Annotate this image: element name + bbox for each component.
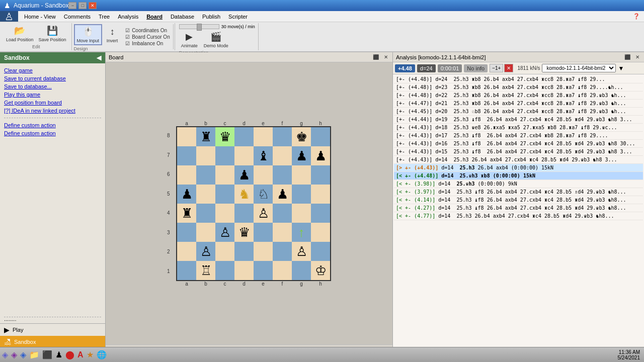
square-d1[interactable] bbox=[234, 261, 254, 280]
square-d4[interactable] bbox=[234, 204, 254, 223]
square-c1[interactable] bbox=[215, 261, 234, 280]
square-b1[interactable]: ♖ bbox=[196, 261, 215, 280]
sidebar-item-sandbox[interactable]: 🏖 Sandbox bbox=[0, 336, 105, 348]
square-f5[interactable]: ♟ bbox=[273, 185, 292, 204]
board-settings-button[interactable]: ✕ bbox=[382, 54, 389, 60]
square-g3[interactable]: ↑ bbox=[292, 223, 311, 242]
square-h2[interactable] bbox=[311, 242, 330, 261]
analysis-line-10[interactable]: [+- (+4.43)] d=15 25.h3 ♝f8 26.b4 axb4 2… bbox=[394, 148, 643, 156]
analysis-line-18[interactable]: [< +- (4.77)] d=14 25.h3 26.b4 axb4 27.c… bbox=[394, 212, 643, 220]
square-c2[interactable] bbox=[215, 242, 234, 261]
square-c8[interactable]: ♛ bbox=[215, 127, 234, 146]
square-h7[interactable]: ♟ bbox=[311, 146, 330, 165]
taskbar-icon-3[interactable]: ◈ bbox=[20, 350, 26, 359]
sidebar-collapse-icon[interactable]: ◀ bbox=[97, 54, 101, 61]
menu-database[interactable]: Database bbox=[167, 13, 198, 21]
square-d2[interactable] bbox=[234, 242, 254, 261]
square-a8[interactable] bbox=[177, 127, 196, 146]
board-cursor-toggle[interactable]: ☑ Board Cursor On bbox=[125, 34, 170, 40]
square-b7[interactable] bbox=[196, 146, 215, 165]
menu-comments[interactable]: Comments bbox=[60, 13, 95, 21]
square-e2[interactable] bbox=[254, 242, 273, 261]
taskbar-icon-folder[interactable]: 📁 bbox=[29, 350, 39, 359]
menu-scripter[interactable]: Scripter bbox=[224, 13, 252, 21]
square-e8[interactable] bbox=[254, 127, 273, 146]
analysis-line-4[interactable]: [+- (+4.47)] d=21 25.h3 ♜b8 26.b4 axb4 2… bbox=[394, 100, 643, 108]
menu-analysis[interactable]: Analysis bbox=[114, 13, 142, 21]
analysis-line-14[interactable]: [< +- (3.98)] d=14 25.♛h3 (0:00:00) 9kN bbox=[394, 180, 643, 188]
menu-tree[interactable]: Tree bbox=[95, 13, 114, 21]
analysis-line-7[interactable]: [+- (+4.43)] d=18 25.h3 ♛e8 26.♜xa5 ♜xa5… bbox=[394, 124, 643, 132]
square-h4[interactable] bbox=[311, 204, 330, 223]
chess-board[interactable]: ♜ ♛ ♚ ♝ bbox=[176, 126, 331, 281]
square-c7[interactable] bbox=[215, 146, 234, 165]
taskbar-icon-2[interactable]: ◈ bbox=[11, 350, 17, 359]
taskbar-icon-5[interactable]: ⬛ bbox=[42, 350, 52, 359]
square-d6[interactable]: ♟ bbox=[234, 165, 254, 185]
analysis-lines[interactable]: [+- (+4.48)] d=24 25.h3 ♜b8 26.b4 axb4 2… bbox=[393, 74, 644, 357]
square-a7[interactable] bbox=[177, 146, 196, 165]
square-f7[interactable] bbox=[273, 146, 292, 165]
square-f8[interactable] bbox=[273, 127, 292, 146]
taskbar-icon-adobe[interactable]: A bbox=[77, 350, 84, 359]
save-position-button[interactable]: 💾 Save Position bbox=[37, 24, 68, 43]
animate-button[interactable]: ▶ Animate bbox=[179, 30, 200, 49]
square-b5[interactable] bbox=[196, 185, 215, 204]
score-minus-button[interactable]: −1+ bbox=[490, 64, 503, 72]
sidebar-link-save-database[interactable]: Save to database... bbox=[4, 82, 101, 90]
demo-mode-button[interactable]: 🎬 Demo Mode bbox=[202, 30, 230, 49]
sidebar-link-idea-project[interactable]: [?] IDeA in new linked project bbox=[4, 107, 101, 115]
square-e6[interactable] bbox=[254, 165, 273, 185]
sidebar-link-save-current[interactable]: Save to current database bbox=[4, 74, 101, 82]
square-b6[interactable] bbox=[196, 165, 215, 185]
engine-settings-icon[interactable]: ▼ bbox=[618, 65, 624, 72]
square-g5[interactable] bbox=[292, 185, 311, 204]
taskbar-icon-1[interactable]: ◈ bbox=[2, 350, 8, 359]
square-d5[interactable]: ♞ bbox=[234, 185, 254, 204]
square-a2[interactable] bbox=[177, 242, 196, 261]
square-b8[interactable]: ♜ bbox=[196, 127, 215, 146]
square-g2[interactable]: ♙ bbox=[292, 242, 311, 261]
menu-publish[interactable]: Publish bbox=[198, 13, 224, 21]
square-a3[interactable] bbox=[177, 223, 196, 242]
square-a5[interactable]: ♟ bbox=[177, 185, 196, 204]
square-b4[interactable] bbox=[196, 204, 215, 223]
square-a6[interactable] bbox=[177, 165, 196, 185]
score-close-button[interactable]: ✕ bbox=[504, 64, 513, 72]
help-icon[interactable]: ❓ bbox=[629, 12, 644, 21]
analysis-line-3[interactable]: [+- (+4.48)] d=22 25.h3 ♜b8 26.b4 axb4 2… bbox=[394, 92, 643, 100]
square-h6[interactable] bbox=[311, 165, 330, 185]
square-h5[interactable] bbox=[311, 185, 330, 204]
square-f3[interactable] bbox=[273, 223, 292, 242]
square-d3[interactable]: ♛ bbox=[234, 223, 254, 242]
taskbar-icon-web[interactable]: 🌐 bbox=[97, 350, 107, 359]
square-f6[interactable] bbox=[273, 165, 292, 185]
square-d8[interactable] bbox=[234, 127, 254, 146]
square-e5[interactable]: ♘ bbox=[254, 185, 273, 204]
square-a1[interactable] bbox=[177, 261, 196, 280]
square-e3[interactable] bbox=[254, 223, 273, 242]
square-b3[interactable] bbox=[196, 223, 215, 242]
analysis-line-9[interactable]: [+- (+4.43)] d=16 25.h3 ♝f8 26.b4 axb4 2… bbox=[394, 140, 643, 148]
square-g6[interactable] bbox=[292, 165, 311, 185]
analysis-line-16[interactable]: [< +- (4.14)] d=14 25.h3 ♝f8 26.b4 axb4 … bbox=[394, 196, 643, 204]
square-b2[interactable]: ♙ bbox=[196, 242, 215, 261]
sidebar-link-custom-1[interactable]: Define custom action bbox=[4, 121, 101, 129]
sidebar-link-custom-2[interactable]: Define custom action bbox=[4, 129, 101, 137]
square-f1[interactable] bbox=[273, 261, 292, 280]
menu-board[interactable]: Board bbox=[142, 13, 167, 21]
sidebar-item-play[interactable]: ▶ Play bbox=[0, 324, 105, 336]
close-button[interactable]: ✕ bbox=[89, 2, 97, 9]
analysis-line-6[interactable]: [+- (+4.44)] d=19 25.h3 ♝f8 26.b4 axb4 2… bbox=[394, 116, 643, 124]
minimize-button[interactable]: − bbox=[68, 2, 76, 9]
square-g1[interactable] bbox=[292, 261, 311, 280]
square-g8[interactable]: ♚ bbox=[292, 127, 311, 146]
taskbar-icon-chess[interactable]: ♟ bbox=[55, 350, 62, 359]
square-a4[interactable]: ♜ bbox=[177, 204, 196, 223]
board-expand-button[interactable]: ⬛ bbox=[371, 54, 380, 60]
analysis-line-13[interactable]: [< +- (+4.48)] d=14 25.♛h3 ♜b8 (0:00:00)… bbox=[394, 172, 643, 180]
coordinates-toggle[interactable]: ☑ Coordinates On bbox=[125, 27, 170, 34]
square-e1[interactable] bbox=[254, 261, 273, 280]
analysis-line-1[interactable]: [+- (+4.48)] d=24 25.h3 ♜b8 26.b4 axb4 2… bbox=[394, 75, 643, 83]
analysis-line-17[interactable]: [< +- (4.27)] d=14 25.h3 ♝f8 26.b4 axb4 … bbox=[394, 204, 643, 212]
